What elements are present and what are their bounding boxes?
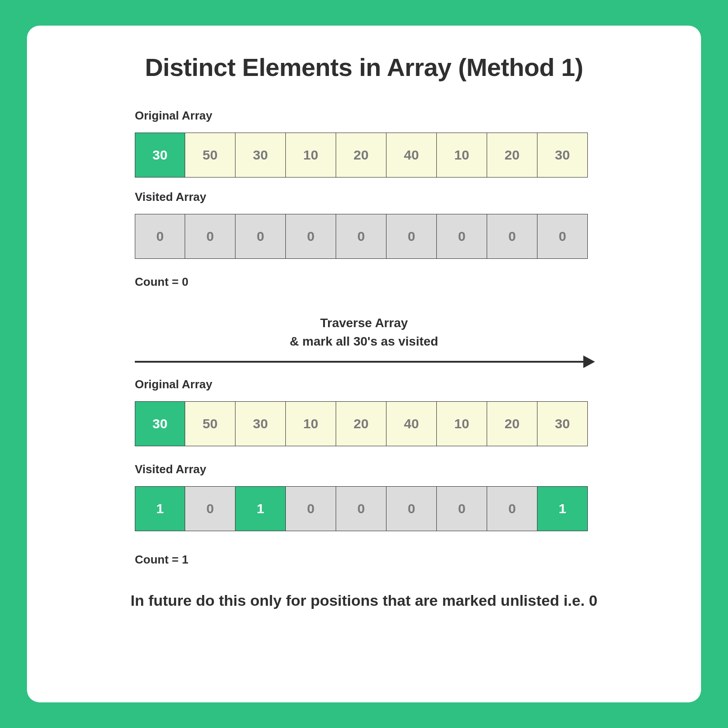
array-cell: 10 xyxy=(286,133,336,178)
traverse-line1: Traverse Array xyxy=(320,316,408,330)
array-cell: 30 xyxy=(235,401,286,446)
array-cell: 1 xyxy=(235,486,286,531)
array-cell: 1 xyxy=(537,486,588,531)
traverse-text: Traverse Array & mark all 30's as visite… xyxy=(135,314,593,351)
array-cell: 0 xyxy=(336,214,386,259)
array-cell: 0 xyxy=(437,486,487,531)
arrow-line xyxy=(135,361,587,363)
array-cell: 30 xyxy=(537,133,588,178)
arrow-head-icon xyxy=(583,355,595,368)
array-cell: 40 xyxy=(386,133,437,178)
array-cell: 0 xyxy=(386,214,437,259)
array-cell: 0 xyxy=(487,214,537,259)
array-cell: 0 xyxy=(537,214,588,259)
step2-original-array: 305030102040102030 xyxy=(135,401,593,446)
array-cell: 30 xyxy=(235,133,286,178)
traverse-arrow xyxy=(135,355,593,368)
array-cell: 20 xyxy=(336,401,386,446)
step1-original-section: Original Array 305030102040102030 xyxy=(135,109,593,178)
array-cell: 30 xyxy=(537,401,588,446)
array-cell: 0 xyxy=(185,486,235,531)
array-cell: 0 xyxy=(437,214,487,259)
array-cell: 10 xyxy=(437,401,487,446)
count-label-1: Count = 1 xyxy=(135,553,593,567)
array-cell: 20 xyxy=(487,133,537,178)
original-array-label: Original Array xyxy=(135,109,593,123)
visited-array-label-2: Visited Array xyxy=(135,462,593,476)
traverse-block: Traverse Array & mark all 30's as visite… xyxy=(135,314,593,567)
visited-array-label: Visited Array xyxy=(135,190,593,204)
array-cell: 10 xyxy=(286,401,336,446)
original-array-label-2: Original Array xyxy=(135,377,593,391)
step1-visited-section: Visited Array 000000000 Count = 0 xyxy=(135,190,593,289)
count-label-0: Count = 0 xyxy=(135,275,593,289)
step1-visited-array: 000000000 xyxy=(135,214,593,259)
step1-original-array: 305030102040102030 xyxy=(135,133,593,178)
array-cell: 0 xyxy=(286,486,336,531)
array-cell: 30 xyxy=(135,133,185,178)
array-cell: 50 xyxy=(185,133,235,178)
diagram-card: Distinct Elements in Array (Method 1) Or… xyxy=(27,26,701,702)
array-cell: 0 xyxy=(487,486,537,531)
step2-visited-array: 101000001 xyxy=(135,486,593,531)
array-cell: 40 xyxy=(386,401,437,446)
array-cell: 0 xyxy=(286,214,336,259)
traverse-line2: & mark all 30's as visited xyxy=(290,334,438,348)
array-cell: 0 xyxy=(135,214,185,259)
array-cell: 20 xyxy=(336,133,386,178)
array-cell: 1 xyxy=(135,486,185,531)
array-cell: 50 xyxy=(185,401,235,446)
array-cell: 30 xyxy=(135,401,185,446)
array-cell: 0 xyxy=(185,214,235,259)
array-cell: 20 xyxy=(487,401,537,446)
page-title: Distinct Elements in Array (Method 1) xyxy=(57,53,671,82)
array-cell: 0 xyxy=(336,486,386,531)
footer-note: In future do this only for positions tha… xyxy=(57,592,671,609)
array-cell: 0 xyxy=(386,486,437,531)
array-cell: 0 xyxy=(235,214,286,259)
array-cell: 10 xyxy=(437,133,487,178)
